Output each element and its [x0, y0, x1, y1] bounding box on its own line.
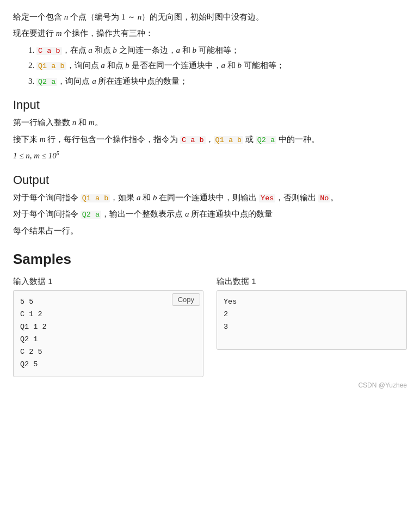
input-line1: 第一行输入整数 n 和 m。 — [13, 115, 407, 130]
samples-section: Samples 输入数据 1 5 5 C 1 2 Q1 1 2 Q2 1 C 2… — [13, 251, 407, 389]
op1-a2: a — [176, 46, 181, 54]
op1-b2: b — [193, 46, 197, 54]
sample-input-col: 输入数据 1 5 5 C 1 2 Q1 1 2 Q2 1 C 2 5 Q2 5 … — [13, 276, 203, 377]
sample-output-label: 输出数据 1 — [217, 276, 407, 287]
sample-input-data: 5 5 C 1 2 Q1 1 2 Q2 1 C 2 5 Q2 5 — [20, 298, 47, 368]
input-line2: 接下来 m 行，每行包含一个操作指令，指令为 C a b，Q1 a b 或 Q2… — [13, 132, 407, 147]
output-section: Output 对于每个询问指令 Q1 a b，如果 a 和 b 在同一个连通块中… — [13, 173, 407, 238]
code-c-inline: C a b — [180, 136, 206, 144]
var-m-input2: m — [40, 135, 46, 144]
out-a: a — [137, 193, 141, 202]
sample-output-wrapper: Yes 2 3 — [217, 290, 407, 350]
output-line1: 对于每个询问指令 Q1 a b，如果 a 和 b 在同一个连通块中，则输出 Ye… — [13, 190, 407, 205]
constraint: 1 ≤ n, m ≤ 105 — [13, 149, 407, 163]
op-c-label: C a b — [36, 47, 62, 55]
samples-heading: Samples — [13, 251, 407, 268]
output-heading: Output — [13, 173, 407, 187]
sample-input-wrapper: 5 5 C 1 2 Q1 1 2 Q2 1 C 2 5 Q2 5 Copy — [13, 290, 203, 377]
var-m-input: m — [89, 118, 95, 127]
out-b: b — [153, 193, 157, 202]
var-m: m — [56, 29, 62, 38]
copy-button[interactable]: Copy — [172, 293, 200, 306]
op-q2-label: Q2 a — [36, 78, 57, 86]
op2: 2. Q1 a b，询问点 a 和点 b 是否在同一个连通块中，a 和 b 可能… — [28, 58, 407, 73]
output-line3: 每个结果占一行。 — [13, 224, 407, 238]
op2-a2: a — [221, 61, 226, 70]
op1-a: a — [88, 46, 92, 54]
intro-line2: 现在要进行 m 个操作，操作共有三种： — [13, 26, 407, 40]
sample-input-label: 输入数据 1 — [13, 276, 203, 287]
var-n-input: n — [72, 118, 77, 127]
code-q1-inline: Q1 a b — [214, 136, 244, 144]
var-n: n — [64, 13, 69, 21]
out-no: No — [318, 194, 330, 202]
op3: 3. Q2 a，询问点 a 所在连通块中点的数量； — [28, 74, 407, 89]
op1-b: b — [113, 46, 117, 54]
op2-b2: b — [238, 61, 242, 70]
op2-b: b — [125, 61, 129, 70]
var-n2: n — [138, 13, 142, 21]
samples-row: 输入数据 1 5 5 C 1 2 Q1 1 2 Q2 1 C 2 5 Q2 5 … — [13, 276, 407, 377]
op1: 1. C a b，在点 a 和点 b 之间连一条边，a 和 b 可能相等； — [28, 43, 407, 58]
op2-a: a — [101, 61, 105, 70]
out-q1: Q1 a b — [81, 194, 110, 202]
input-section: Input 第一行输入整数 n 和 m。 接下来 m 行，每行包含一个操作指令，… — [13, 98, 407, 163]
footer-credit: CSDN @Yuzhee — [13, 381, 407, 389]
code-q2-inline: Q2 a — [256, 136, 276, 144]
sample-output-col: 输出数据 1 Yes 2 3 — [217, 276, 407, 350]
sample-output-data: Yes 2 3 — [224, 298, 237, 331]
out-q2: Q2 a — [81, 211, 101, 219]
sample-output-box: Yes 2 3 — [217, 290, 407, 350]
out-a2: a — [185, 210, 189, 218]
out-yes: Yes — [259, 194, 275, 202]
input-heading: Input — [13, 98, 407, 112]
op3-a: a — [92, 77, 96, 85]
intro-line1: 给定一个包含 n 个点（编号为 1 ～ n）的无向图，初始时图中没有边。 — [13, 10, 407, 24]
intro-block: 给定一个包含 n 个点（编号为 1 ～ n）的无向图，初始时图中没有边。 现在要… — [13, 10, 407, 88]
output-line2: 对于每个询问指令 Q2 a，输出一个整数表示点 a 所在连通块中点的数量 — [13, 207, 407, 221]
op-q1-label: Q1 a b — [36, 62, 66, 70]
